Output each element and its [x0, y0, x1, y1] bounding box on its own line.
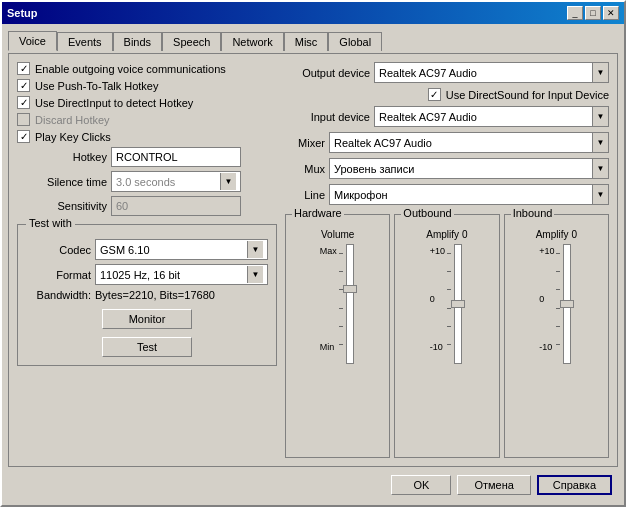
tab-speech[interactable]: Speech — [162, 32, 221, 51]
setup-window: Setup _ □ ✕ Voice Events Binds Speech Ne… — [0, 0, 626, 507]
format-label: Format — [26, 269, 91, 281]
out-ticks — [447, 244, 451, 354]
sliders-area: Hardware Volume Max Min — [285, 214, 609, 458]
close-button[interactable]: ✕ — [603, 6, 619, 20]
input-device-arrow-icon: ▼ — [592, 107, 608, 126]
tab-bar: Voice Events Binds Speech Network Misc G… — [8, 30, 618, 50]
inbound-title: Inbound — [511, 207, 555, 219]
push-to-talk-row: Use Push-To-Talk Hotkey — [17, 79, 277, 92]
volume-thumb[interactable] — [343, 285, 357, 293]
output-device-combo[interactable]: Realtek AC97 Audio ▼ — [374, 62, 609, 83]
amplify-in-header: Amplify 0 — [536, 229, 577, 240]
out-zero: 0 — [430, 294, 445, 304]
amplify-out-thumb[interactable] — [451, 300, 465, 308]
silence-value: 3.0 seconds — [116, 176, 220, 188]
help-button[interactable]: Справка — [537, 475, 612, 495]
tab-content: Enable outgoing voice communications Use… — [8, 53, 618, 467]
push-to-talk-checkbox[interactable] — [17, 79, 30, 92]
hotkey-input[interactable] — [111, 147, 241, 167]
left-column: Enable outgoing voice communications Use… — [17, 62, 277, 458]
bandwidth-label: Bandwidth: — [26, 289, 91, 301]
output-device-label: Output device — [285, 67, 370, 79]
mux-row: Mux Уровень записи ▼ — [285, 158, 609, 179]
out-tracks — [447, 244, 464, 364]
directsound-checkbox[interactable] — [428, 88, 441, 101]
tab-binds[interactable]: Binds — [113, 32, 163, 51]
codec-combo[interactable]: GSM 6.10 ▼ — [95, 239, 268, 260]
line-label: Line — [285, 189, 325, 201]
volume-tick-labels: Max Min — [320, 244, 337, 354]
format-combo[interactable]: 11025 Hz, 16 bit ▼ — [95, 264, 268, 285]
output-device-arrow-icon: ▼ — [592, 63, 608, 82]
amplify-out-value: 0 — [462, 229, 468, 240]
hardware-title: Hardware — [292, 207, 344, 219]
in-zero: 0 — [539, 294, 554, 304]
line-value: Микрофон — [330, 189, 592, 201]
direct-input-row: Use DirectInput to detect Hotkey — [17, 96, 277, 109]
test-button[interactable]: Test — [102, 337, 192, 357]
silence-combo[interactable]: 3.0 seconds ▼ — [111, 171, 241, 192]
output-device-value: Realtek AC97 Audio — [375, 67, 592, 79]
line-combo[interactable]: Микрофон ▼ — [329, 184, 609, 205]
input-device-combo[interactable]: Realtek AC97 Audio ▼ — [374, 106, 609, 127]
in-minus10: -10 — [539, 342, 554, 352]
test-with-group: Test with Codec GSM 6.10 ▼ Format 11025 … — [17, 224, 277, 366]
codec-row: Codec GSM 6.10 ▼ — [26, 239, 268, 260]
amplify-out-track[interactable] — [454, 244, 462, 364]
in-plus10: +10 — [539, 246, 554, 256]
tab-voice[interactable]: Voice — [8, 31, 57, 51]
amplify-out-label: Amplify — [426, 229, 459, 240]
tab-events[interactable]: Events — [57, 32, 113, 51]
hotkey-label: Hotkey — [27, 151, 107, 163]
mixer-arrow-icon: ▼ — [592, 133, 608, 152]
outbound-title: Outbound — [401, 207, 453, 219]
mux-value: Уровень записи — [330, 163, 592, 175]
mux-label: Mux — [285, 163, 325, 175]
amplify-in-value: 0 — [571, 229, 577, 240]
cancel-button[interactable]: Отмена — [457, 475, 530, 495]
discard-hotkey-label: Discard Hotkey — [35, 114, 110, 126]
amplify-in-thumb[interactable] — [560, 300, 574, 308]
mux-arrow-icon: ▼ — [592, 159, 608, 178]
mixer-combo[interactable]: Realtek AC97 Audio ▼ — [329, 132, 609, 153]
out-minus10: -10 — [430, 342, 445, 352]
window-title: Setup — [7, 7, 38, 19]
mixer-value: Realtek AC97 Audio — [330, 137, 592, 149]
directsound-row: Use DirectSound for Input Device — [285, 88, 609, 101]
in-tick-labels: +10 0 -10 — [539, 244, 554, 354]
volume-slider-container: Max Min — [320, 244, 356, 364]
enable-outgoing-checkbox[interactable] — [17, 62, 30, 75]
window-body: Voice Events Binds Speech Network Misc G… — [2, 24, 624, 505]
sensitivity-row: Sensitivity — [27, 196, 277, 216]
monitor-button[interactable]: Monitor — [102, 309, 192, 329]
amplify-out-slider-container: +10 0 -10 — [430, 244, 464, 364]
hotkey-row: Hotkey — [27, 147, 277, 167]
tab-network[interactable]: Network — [221, 32, 283, 51]
amplify-in-track[interactable] — [563, 244, 571, 364]
directsound-label: Use DirectSound for Input Device — [446, 89, 609, 101]
maximize-button[interactable]: □ — [585, 6, 601, 20]
format-value: 11025 Hz, 16 bit — [100, 269, 247, 281]
ok-button[interactable]: OK — [391, 475, 451, 495]
out-plus10: +10 — [430, 246, 445, 256]
play-key-clicks-checkbox[interactable] — [17, 130, 30, 143]
bandwidth-value: Bytes=2210, Bits=17680 — [95, 289, 215, 301]
hardware-group: Hardware Volume Max Min — [285, 214, 390, 458]
tab-misc[interactable]: Misc — [284, 32, 329, 51]
format-row: Format 11025 Hz, 16 bit ▼ — [26, 264, 268, 285]
line-row: Line Микрофон ▼ — [285, 184, 609, 205]
in-tracks — [556, 244, 573, 364]
minimize-button[interactable]: _ — [567, 6, 583, 20]
volume-track[interactable] — [346, 244, 354, 364]
direct-input-label: Use DirectInput to detect Hotkey — [35, 97, 193, 109]
input-device-value: Realtek AC97 Audio — [375, 111, 592, 123]
mux-combo[interactable]: Уровень записи ▼ — [329, 158, 609, 179]
title-bar: Setup _ □ ✕ — [2, 2, 624, 24]
play-key-clicks-label: Play Key Clicks — [35, 131, 111, 143]
enable-outgoing-label: Enable outgoing voice communications — [35, 63, 226, 75]
direct-input-checkbox[interactable] — [17, 96, 30, 109]
tab-global[interactable]: Global — [328, 32, 382, 51]
test-with-title: Test with — [26, 217, 75, 229]
max-label: Max — [320, 246, 337, 256]
amplify-out-header: Amplify 0 — [426, 229, 467, 240]
